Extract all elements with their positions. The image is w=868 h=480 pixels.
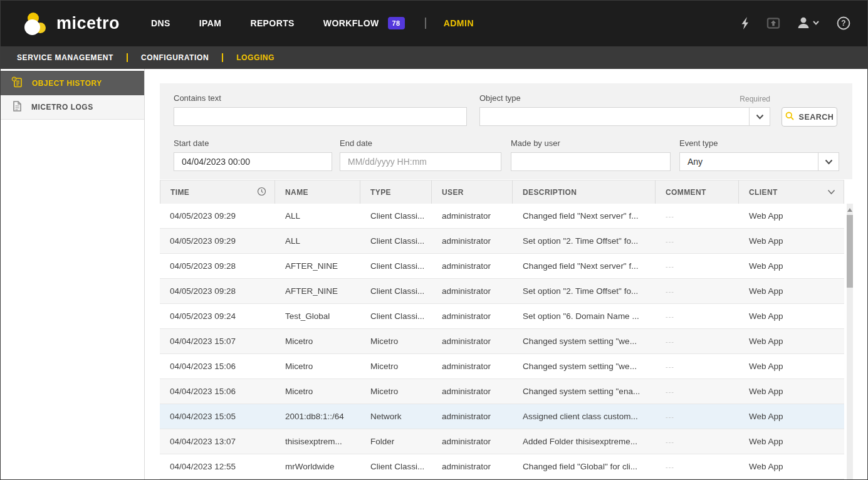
table-header-row: TIME NAME TYPE USER DESCRIPTION COMMENT …: [160, 180, 844, 204]
cell-time: 04/04/2023 15:05: [160, 404, 275, 429]
column-header-type[interactable]: TYPE: [360, 180, 432, 204]
table-row[interactable]: 04/04/2023 15:07 Micetro Micetro adminis…: [160, 329, 844, 354]
table-row[interactable]: 04/05/2023 09:28 AFTER_NINE Client Class…: [160, 279, 844, 304]
subnav-separator: [127, 53, 128, 62]
lightning-icon[interactable]: [740, 16, 750, 30]
nav-item-workflow[interactable]: WORKFLOW 78: [323, 17, 405, 29]
cell-client: Web App: [739, 304, 844, 328]
micetro-logo-icon: [19, 8, 48, 38]
tab-logging[interactable]: LOGGING: [236, 53, 275, 62]
object-history-icon: [11, 76, 23, 90]
search-button[interactable]: SEARCH: [782, 107, 837, 127]
cell-type: Client Classi...: [360, 229, 432, 253]
nav-item-dns[interactable]: DNS: [151, 18, 170, 28]
cell-user: administrator: [432, 304, 513, 328]
made-by-user-input[interactable]: [511, 152, 671, 171]
micetro-logo[interactable]: micetro: [19, 8, 120, 38]
cell-client: Web App: [739, 404, 844, 429]
cell-description: Changed field "Next server" f...: [513, 254, 656, 278]
cell-description: Set option "2. Time Offset" fo...: [513, 279, 656, 303]
help-icon[interactable]: ?: [837, 16, 850, 30]
cell-comment: ---: [656, 229, 739, 253]
tab-configuration[interactable]: CONFIGURATION: [141, 53, 209, 62]
nav-item-ipam[interactable]: IPAM: [199, 18, 222, 28]
cell-user: administrator: [432, 229, 513, 253]
table-row[interactable]: 04/05/2023 09:28 AFTER_NINE Client Class…: [160, 254, 844, 279]
table-row[interactable]: 04/05/2023 09:29 ALL Client Classi... ad…: [160, 204, 844, 229]
cell-user: administrator: [432, 379, 513, 404]
chevron-down-icon[interactable]: [818, 153, 839, 170]
cell-user: administrator: [432, 329, 513, 353]
cell-client: Web App: [739, 354, 844, 378]
column-header-user[interactable]: USER: [432, 180, 513, 204]
chevron-down-icon[interactable]: [749, 108, 770, 125]
column-header-comment[interactable]: COMMENT: [656, 180, 739, 204]
subnav-separator: [222, 53, 223, 62]
cell-time: 04/04/2023 12:55: [160, 454, 275, 479]
contains-text-input[interactable]: [174, 107, 467, 126]
search-icon: [785, 112, 794, 122]
cell-user: administrator: [432, 354, 513, 378]
tab-service-management[interactable]: SERVICE MANAGEMENT: [17, 53, 113, 62]
table-row[interactable]: 04/04/2023 15:05 2001:db8:1::/64 Network…: [160, 404, 844, 429]
topbar-icon-group: ?: [740, 16, 850, 30]
cell-client: Web App: [739, 379, 844, 404]
chevron-down-icon[interactable]: [827, 188, 835, 197]
cell-time: 04/05/2023 09:29: [160, 229, 275, 253]
user-menu-icon[interactable]: [797, 17, 820, 29]
cell-comment: ---: [656, 204, 739, 228]
table-scrollbar[interactable]: [847, 204, 853, 480]
required-hint: Required: [740, 95, 770, 103]
cell-name: ALL: [275, 229, 360, 253]
cell-time: 04/05/2023 09:24: [160, 304, 275, 328]
cell-client: Web App: [739, 279, 844, 303]
event-type-select[interactable]: Any: [679, 152, 839, 171]
cell-client: Web App: [739, 329, 844, 353]
table-row[interactable]: 04/04/2023 13:07 thisisexptrem... Folder…: [160, 429, 844, 454]
scrollbar-thumb[interactable]: [847, 215, 853, 288]
column-header-description[interactable]: DESCRIPTION: [513, 180, 656, 204]
cell-name: Micetro: [275, 329, 360, 353]
start-date-label: Start date: [174, 138, 332, 148]
start-date-input[interactable]: [174, 152, 332, 171]
cell-type: Network: [360, 404, 432, 429]
table-row[interactable]: 04/05/2023 09:29 ALL Client Classi... ad…: [160, 229, 844, 254]
nav-item-reports[interactable]: REPORTS: [250, 18, 294, 28]
cell-comment: ---: [656, 454, 739, 479]
cell-type: Micetro: [360, 379, 432, 404]
column-header-name[interactable]: NAME: [275, 180, 360, 204]
object-type-select[interactable]: [479, 107, 770, 126]
table-row[interactable]: 04/04/2023 15:06 Micetro Micetro adminis…: [160, 379, 844, 404]
scroll-up-arrow-icon[interactable]: [847, 207, 853, 212]
cell-client: Web App: [739, 229, 844, 253]
cell-type: Client Classi...: [360, 279, 432, 303]
sidebar-item-micetro-logs[interactable]: MICETRO LOGS: [0, 95, 144, 120]
event-type-label: Event type: [679, 138, 839, 148]
cell-comment: ---: [656, 329, 739, 353]
admin-sub-navigation: SERVICE MANAGEMENT CONFIGURATION LOGGING: [0, 46, 868, 69]
column-header-time[interactable]: TIME: [160, 180, 275, 204]
table-row[interactable]: 04/04/2023 12:55 mrWorldwide Client Clas…: [160, 454, 844, 479]
nav-item-admin[interactable]: ADMIN: [444, 18, 474, 28]
sidebar-item-object-history[interactable]: OBJECT HISTORY: [0, 71, 144, 95]
table-row[interactable]: 04/05/2023 09:24 Test_Global Client Clas…: [160, 304, 844, 329]
cell-name: mrWorldwide: [275, 454, 360, 479]
cell-client: Web App: [739, 454, 844, 479]
cell-time: 04/05/2023 09:28: [160, 279, 275, 303]
clock-icon[interactable]: [257, 187, 266, 198]
top-navigation-bar: micetro DNS IPAM REPORTS WORKFLOW 78 ADM…: [0, 0, 868, 46]
cell-time: 04/04/2023 15:07: [160, 329, 275, 353]
table-body: 04/05/2023 09:29 ALL Client Classi... ad…: [160, 204, 844, 479]
cell-type: Client Classi...: [360, 304, 432, 328]
cell-name: Micetro: [275, 379, 360, 404]
sidebar-item-label: MICETRO LOGS: [31, 103, 93, 112]
end-date-input[interactable]: [340, 152, 501, 171]
cell-description: Set option "6. Domain Name ...: [513, 304, 656, 328]
cell-time: 04/04/2023 13:07: [160, 429, 275, 454]
history-filter-panel: Contains text Object type Required SEARC…: [160, 83, 852, 179]
upload-icon[interactable]: [766, 17, 780, 29]
table-row[interactable]: 04/04/2023 15:06 Micetro Micetro adminis…: [160, 354, 844, 379]
column-header-client[interactable]: CLIENT: [739, 180, 844, 204]
cell-time: 04/05/2023 09:29: [160, 204, 275, 228]
cell-name: ALL: [275, 204, 360, 228]
